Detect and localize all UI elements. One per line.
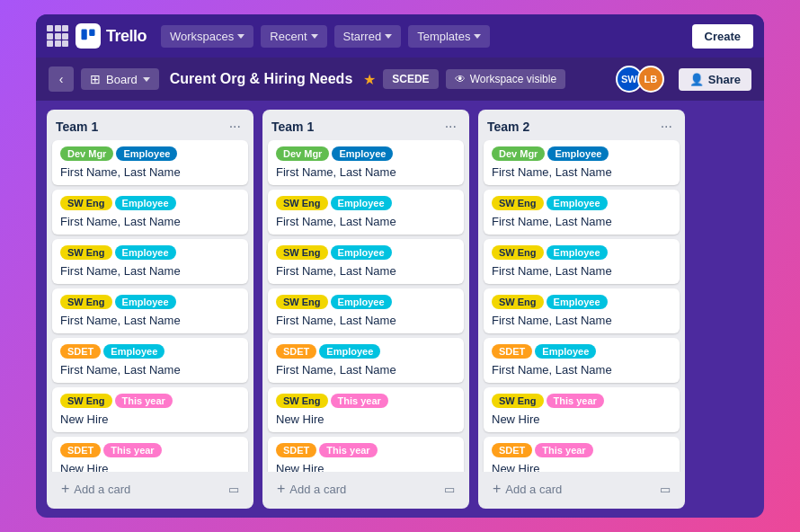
list-item[interactable]: SDETEmployeeFirst Name, Last Name: [268, 338, 464, 383]
list-item[interactable]: SW EngEmployeeFirst Name, Last Name: [52, 190, 248, 235]
list-item[interactable]: SW EngEmployeeFirst Name, Last Name: [268, 288, 464, 333]
card-text: First Name, Last Name: [276, 314, 456, 327]
list-item[interactable]: SDETEmployeeFirst Name, Last Name: [484, 338, 680, 383]
list-item[interactable]: SW EngEmployeeFirst Name, Last Name: [484, 239, 680, 284]
list-item[interactable]: SW EngEmployeeFirst Name, Last Name: [52, 239, 248, 284]
list-item[interactable]: SW EngEmployeeFirst Name, Last Name: [268, 190, 464, 235]
card-label: Employee: [115, 245, 176, 260]
card-6-labels: SW EngThis year: [492, 394, 671, 408]
card-label: SW Eng: [276, 245, 328, 260]
collapse-sidebar-button[interactable]: ‹: [49, 66, 74, 92]
add-card-button[interactable]: + Add a card ▭: [270, 476, 462, 501]
list-item[interactable]: SDETThis yearNew Hire: [484, 437, 680, 472]
list-item[interactable]: SDETThis yearNew Hire: [268, 437, 464, 472]
list-3-title: Team 2: [487, 120, 529, 134]
list-3-menu-button[interactable]: ···: [657, 117, 676, 137]
board-header: ‹ ⊞ Board Curent Org & Hiring Needs ★ SC…: [36, 58, 764, 101]
list-item[interactable]: Dev MgrEmployeeFirst Name, Last Name: [268, 140, 464, 185]
card-label: SDET: [276, 344, 316, 359]
list-item[interactable]: SW EngThis yearNew Hire: [484, 387, 680, 432]
card-label: This year: [115, 394, 173, 408]
card-text: First Name, Last Name: [492, 363, 671, 377]
card-text: New Hire: [492, 412, 671, 426]
top-nav: Trello Workspaces Recent Starred Templat…: [36, 14, 764, 58]
workspace-badge-button[interactable]: SCEDE: [383, 69, 438, 89]
card-5-labels: SDETEmployee: [276, 344, 456, 359]
plus-icon: +: [61, 481, 69, 497]
templates-menu-button[interactable]: Templates: [408, 25, 490, 48]
card-text: New Hire: [276, 462, 456, 472]
add-card-label: Add a card: [289, 483, 346, 496]
list-2-cards: Dev MgrEmployeeFirst Name, Last NameSW E…: [262, 140, 469, 472]
list-item[interactable]: SDETEmployeeFirst Name, Last Name: [52, 338, 248, 383]
template-icon: ▭: [228, 483, 239, 496]
list-item[interactable]: Dev MgrEmployeeFirst Name, Last Name: [52, 140, 248, 185]
add-card-button[interactable]: + Add a card ▭: [485, 476, 678, 501]
share-icon: 👤: [689, 73, 704, 86]
card-label: SDET: [276, 443, 316, 457]
card-label: SW Eng: [492, 196, 544, 210]
card-text: First Name, Last Name: [60, 264, 240, 278]
visibility-label: Workspace visible: [470, 73, 556, 85]
list-2-title: Team 1: [271, 120, 314, 134]
list-item[interactable]: SW EngEmployeeFirst Name, Last Name: [52, 288, 248, 333]
card-label: This year: [331, 394, 388, 408]
card-label: Employee: [115, 196, 176, 210]
templates-chevron-icon: [474, 34, 481, 39]
board-type-button[interactable]: ⊞ Board: [81, 68, 159, 90]
add-card-button[interactable]: + Add a card ▭: [54, 476, 246, 501]
template-icon: ▭: [660, 483, 671, 496]
card-text: First Name, Last Name: [492, 215, 671, 228]
card-label: Employee: [547, 245, 608, 260]
create-button[interactable]: Create: [692, 24, 753, 49]
recent-chevron-icon: [311, 34, 318, 39]
card-label: Employee: [331, 295, 392, 309]
list-item[interactable]: Dev MgrEmployeeFirst Name, Last Name: [484, 140, 680, 185]
card-5-labels: SDETEmployee: [492, 344, 671, 359]
list-item[interactable]: SW EngEmployeeFirst Name, Last Name: [268, 239, 464, 284]
card-label: SDET: [60, 344, 101, 359]
workspaces-menu-button[interactable]: Workspaces: [161, 25, 253, 48]
card-label: Employee: [331, 196, 392, 210]
starred-menu-button[interactable]: Starred: [334, 25, 402, 48]
card-text: First Name, Last Name: [60, 363, 240, 377]
card-label: SDET: [492, 443, 532, 457]
list-item[interactable]: SW EngThis yearNew Hire: [268, 387, 464, 432]
list-2-footer: + Add a card ▭: [262, 472, 469, 509]
add-card-left: + Add a card: [277, 481, 346, 497]
card-text: New Hire: [60, 462, 240, 472]
list-1-menu-button[interactable]: ···: [226, 117, 244, 137]
list-item[interactable]: SDETThis yearNew Hire: [52, 437, 248, 472]
visibility-button[interactable]: 👁 Workspace visible: [446, 69, 565, 89]
card-label: SDET: [492, 344, 532, 359]
grid-menu-icon[interactable]: [47, 25, 68, 47]
trello-logo-text: Trello: [106, 27, 147, 46]
list-item[interactable]: SW EngThis yearNew Hire: [52, 387, 248, 432]
recent-menu-button[interactable]: Recent: [261, 25, 326, 48]
card-label: Dev Mgr: [276, 146, 329, 161]
card-label: Employee: [319, 344, 380, 359]
card-4-labels: SW EngEmployee: [60, 295, 240, 309]
card-2-labels: SW EngEmployee: [276, 196, 456, 210]
list-item[interactable]: SW EngEmployeeFirst Name, Last Name: [484, 190, 680, 235]
list-2-menu-button[interactable]: ···: [441, 117, 460, 137]
card-6-labels: SW EngThis year: [60, 394, 240, 408]
card-label: Employee: [547, 295, 608, 309]
card-text: First Name, Last Name: [492, 165, 671, 179]
card-label: SW Eng: [492, 295, 544, 309]
card-label: This year: [535, 443, 592, 457]
starred-chevron-icon: [385, 34, 392, 39]
card-text: First Name, Last Name: [492, 264, 671, 278]
card-label: SW Eng: [276, 196, 328, 210]
card-3-labels: SW EngEmployee: [276, 245, 456, 260]
star-button[interactable]: ★: [363, 71, 376, 88]
list-item[interactable]: SW EngEmployeeFirst Name, Last Name: [484, 288, 680, 333]
app-container: Trello Workspaces Recent Starred Templat…: [36, 14, 764, 518]
add-card-left: + Add a card: [61, 481, 130, 497]
list-1-header: Team 1 ···: [47, 110, 253, 140]
starred-label: Starred: [343, 30, 382, 43]
card-label: Employee: [331, 245, 392, 260]
avatar-lb: LB: [637, 66, 664, 93]
list-1-title: Team 1: [56, 120, 98, 134]
share-button[interactable]: 👤 Share: [679, 68, 751, 91]
